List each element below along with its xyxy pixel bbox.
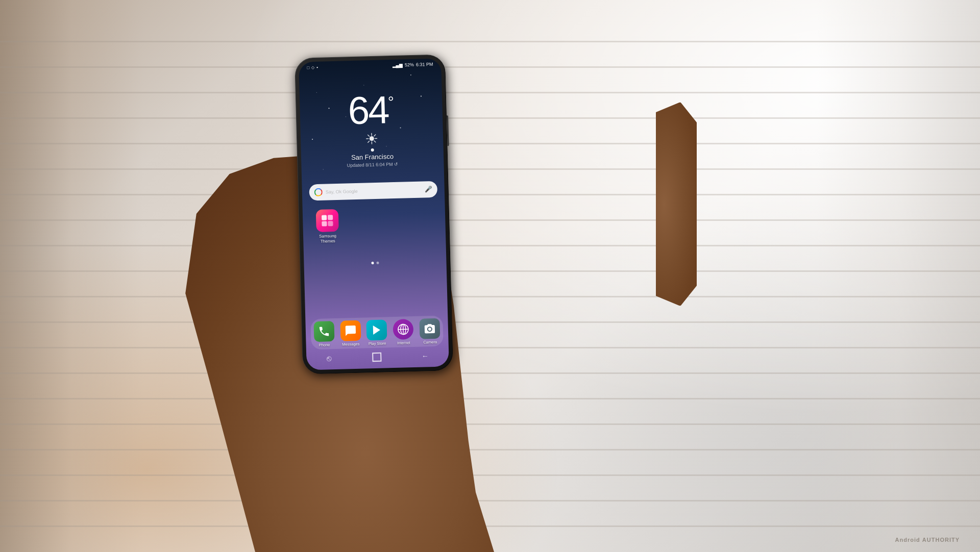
status-bar: □ ◇ ▪ ▂▄▆ 52% 6:31 PM bbox=[299, 58, 441, 73]
home-button[interactable] bbox=[372, 353, 381, 362]
samsung-themes-icon[interactable] bbox=[316, 209, 339, 232]
page-indicator bbox=[304, 260, 446, 266]
battery-level: 52% bbox=[405, 62, 414, 67]
clock: 6:31 PM bbox=[416, 62, 433, 67]
svg-rect-1 bbox=[328, 215, 333, 220]
google-logo bbox=[314, 188, 323, 196]
phone-device: □ ◇ ▪ ▂▄▆ 52% 6:31 PM 64 ° ☀ San Franc bbox=[295, 54, 453, 374]
svg-rect-2 bbox=[322, 221, 327, 226]
app-item-samsung-themes[interactable]: SamsungThemes bbox=[312, 209, 344, 244]
play-store-label: Play Store bbox=[369, 341, 386, 346]
svg-rect-3 bbox=[328, 221, 333, 226]
app-label-samsung-themes: SamsungThemes bbox=[319, 234, 336, 244]
search-placeholder: Say, Ok Google bbox=[326, 187, 422, 195]
phone-app-label: Phone bbox=[319, 342, 330, 347]
fingers bbox=[656, 102, 697, 306]
weather-widget: 64 ° ☀ San Francisco Updated 8/11 6:04 P… bbox=[300, 89, 444, 169]
phone-screen[interactable]: □ ◇ ▪ ▂▄▆ 52% 6:31 PM 64 ° ☀ San Franc bbox=[299, 58, 449, 370]
watermark-prefix: Android bbox=[895, 537, 920, 543]
internet-app-label: Internet bbox=[397, 340, 410, 345]
messages-app-label: Messages bbox=[342, 341, 359, 346]
camera-app-label: Camera bbox=[423, 339, 437, 344]
watermark: Android AUTHORITY bbox=[895, 537, 960, 543]
internet-app-icon[interactable] bbox=[393, 319, 414, 340]
navigation-bar: ⎋ ← bbox=[306, 349, 449, 365]
page-dot-1 bbox=[371, 262, 374, 264]
recent-apps-button[interactable]: ⎋ bbox=[327, 354, 332, 363]
updated-time: Updated 8/11 6:04 PM ↺ bbox=[347, 162, 399, 168]
signal-icon: ▂▄▆ bbox=[392, 62, 403, 68]
app-grid: SamsungThemes bbox=[312, 209, 344, 248]
back-button[interactable]: ← bbox=[422, 352, 429, 360]
notification-icon-3: ▪ bbox=[316, 65, 318, 69]
status-right-info: ▂▄▆ 52% 6:31 PM bbox=[392, 62, 433, 68]
weather-dot bbox=[371, 148, 374, 152]
messages-app-icon[interactable] bbox=[340, 320, 361, 341]
dock-messages[interactable]: Messages bbox=[340, 320, 361, 346]
svg-point-9 bbox=[428, 328, 431, 331]
dock-play-store[interactable]: Play Store bbox=[366, 319, 387, 346]
notification-icon: □ bbox=[307, 65, 309, 70]
page-dot-2 bbox=[376, 262, 379, 264]
city-name: San Francisco bbox=[351, 153, 394, 161]
app-dock: Phone Messages bbox=[310, 316, 443, 350]
google-search-bar[interactable]: Say, Ok Google 🎤 bbox=[309, 181, 437, 201]
svg-marker-4 bbox=[373, 325, 380, 334]
svg-rect-0 bbox=[322, 215, 327, 220]
weather-sun-icon: ☀ bbox=[365, 132, 379, 147]
background bbox=[0, 0, 980, 552]
status-left-icons: □ ◇ ▪ bbox=[307, 65, 318, 70]
play-store-icon[interactable] bbox=[366, 319, 387, 340]
dock-phone[interactable]: Phone bbox=[313, 321, 334, 347]
degree-symbol: ° bbox=[388, 94, 395, 110]
notification-icon-2: ◇ bbox=[311, 65, 314, 69]
camera-app-icon[interactable] bbox=[419, 318, 440, 339]
microphone-icon[interactable]: 🎤 bbox=[425, 186, 432, 193]
phone-chassis: □ ◇ ▪ ▂▄▆ 52% 6:31 PM 64 ° ☀ San Franc bbox=[295, 54, 453, 374]
svg-line-8 bbox=[403, 324, 404, 334]
dock-internet[interactable]: Internet bbox=[393, 319, 414, 345]
dock-camera[interactable]: Camera bbox=[419, 318, 440, 344]
phone-app-icon[interactable] bbox=[313, 321, 334, 342]
watermark-suffix: AUTHORITY bbox=[922, 537, 960, 543]
temperature: 64 bbox=[348, 90, 389, 130]
